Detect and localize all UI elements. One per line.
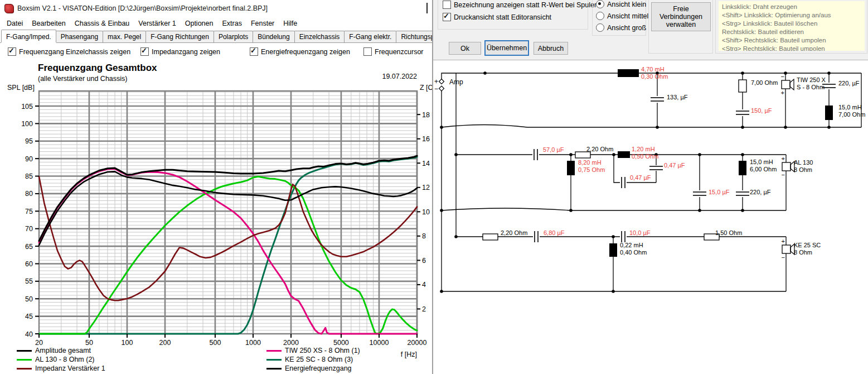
component-label-r3[interactable]: 2,20 Ohm (501, 229, 527, 236)
component-label-l1[interactable]: 0,30 Ohm (641, 73, 668, 80)
freie-verbindungen-verwalten-button[interactable]: Freie Verbindungen verwalten (651, 2, 711, 31)
svg-text:90: 90 (25, 155, 33, 163)
legend-item-al-130-8-ohm-2-: AL 130 - 8 Ohm (2) (17, 356, 95, 363)
crossover-circuit-canvas[interactable]: −++−+−+−Amp4,70 mH0,30 Ohm133, µF7,00 Oh… (433, 60, 868, 374)
check-mark: ✓ (141, 46, 147, 55)
tab-polarplots[interactable]: Polarplots (214, 31, 253, 42)
menu-item-chassis-einbau[interactable]: Chassis & Einbau (70, 18, 134, 29)
component-label-r4[interactable]: 1,50 Ohm (715, 229, 742, 236)
component-label-l6[interactable]: 0,40 Ohm (620, 249, 647, 256)
plot-option-0[interactable]: ✓Frequenzgang Einzelchassis zeigen (8, 47, 130, 56)
svg-text:4: 4 (422, 281, 426, 289)
legend-item-ke-25-sc-8-ohm-3-: KE 25 SC - 8 Ohm (3) (266, 356, 353, 363)
component-label-sp3[interactable]: 8 Ohm (794, 249, 812, 256)
tab-richtungsplots[interactable]: Richtungsplots (396, 31, 433, 42)
legend-label: KE 25 SC - 8 Ohm (3) (285, 356, 353, 363)
menu-item-bearbeiten[interactable]: Bearbeiten (27, 18, 70, 29)
svg-text:50: 50 (25, 295, 33, 303)
check-mark: ✓ (250, 46, 256, 55)
component-label-l3[interactable]: 8,20 mH (578, 159, 602, 166)
mausaktionen-line-3: Rechtsklick: Bauteil editieren (722, 28, 861, 36)
component-label-c2[interactable]: 150, µF (751, 107, 772, 114)
tab-b-ndelung[interactable]: Bündelung (253, 31, 294, 42)
legend-swatch (266, 350, 282, 352)
component-label-l1[interactable]: 4,70 mH (641, 66, 665, 73)
component-label-sp3[interactable]: KE 25 SC (794, 242, 821, 248)
screenshot-root: { "window": { "title": "Boxsim V2.1 - VI… (0, 0, 868, 374)
component-label-sp2[interactable]: AL 130 (794, 159, 813, 166)
apply-button[interactable]: Übernehmen (484, 40, 529, 56)
tab-f-gang-elektr-[interactable]: F-Gang elektr. (344, 31, 396, 42)
component-label-c6[interactable]: 0,47 µF (664, 162, 685, 169)
dialog-checkbox-1[interactable]: ✓Druckansicht statt Editoransicht (443, 13, 551, 21)
window-title: Boxsim V2.1 - VISATON-Edition [D:\2Jürge… (17, 4, 268, 12)
menu-item-hilfe[interactable]: Hilfe (279, 18, 302, 29)
component-label-c8[interactable]: 220, µF (750, 189, 771, 195)
radio-dot (598, 2, 601, 5)
component-label-sp1[interactable]: S - 8 Ohm (797, 84, 825, 90)
svg-text:6: 6 (422, 257, 426, 265)
mausaktionen-line-0: Linksklick: Draht erzeugen (722, 3, 861, 11)
tab-f-gang-richtungen[interactable]: F-Gang Richtungen (146, 31, 214, 42)
ok-button[interactable]: Ok (449, 42, 481, 55)
plot-option-1[interactable]: ✓Impedanzgang zeigen (140, 47, 220, 56)
cancel-button[interactable]: Abbruch (534, 42, 568, 55)
svg-text:+: + (782, 238, 785, 244)
svg-text:+: + (434, 78, 438, 85)
tab-f-gang-imped-[interactable]: F-Gang/Imped. (1, 30, 56, 42)
component-label-sp1[interactable]: TIW 250 X (797, 76, 826, 83)
boxsim-window: Boxsim V2.1 - VISATON-Edition [D:\2Jürge… (0, 0, 433, 374)
svg-text:55: 55 (25, 277, 33, 285)
checkbox-icon: ✓ (443, 13, 451, 21)
svg-text:−: − (782, 254, 785, 261)
component-label-c5[interactable]: 0,47 µF (630, 174, 651, 181)
svg-text:100: 100 (122, 339, 133, 347)
dialog-checkbox-0[interactable]: Bezeichnung anzeigen statt R-Wert bei Sp… (443, 1, 598, 9)
legend-item-impedanz-verst-rker-1: Impedanz Verstärker 1 (17, 365, 105, 372)
tab-phasengang[interactable]: Phasengang (56, 31, 103, 42)
component-label-c3[interactable]: 220, µF (838, 80, 860, 87)
component-label-l3[interactable]: 0,75 Ohm (578, 166, 605, 173)
plot-option-3[interactable]: Frequenzcursor (363, 47, 424, 56)
component-label-r1[interactable]: 7,00 Ohm (751, 79, 778, 86)
dialog-radio-0[interactable]: Ansicht klein (596, 0, 646, 8)
component-label-r2[interactable]: 2,20 Ohm (586, 146, 613, 152)
window-maximize-button[interactable] (426, 3, 428, 13)
menu-item-extras[interactable]: Extras (217, 18, 246, 29)
legend-label: Energiefrequenzgang (285, 365, 352, 372)
menu-item-optionen[interactable]: Optionen (181, 18, 218, 29)
svg-text:20000: 20000 (408, 339, 427, 347)
component-label-c9[interactable]: 6,80 µF (544, 229, 565, 236)
svg-text:−: − (782, 171, 785, 178)
legend-label: Amplitude gesamt (35, 347, 91, 354)
tab-max-pegel[interactable]: max. Pegel (103, 31, 146, 42)
plot-option-2[interactable]: ✓Energiefrequenzgang zeigen (250, 47, 350, 56)
menu-item-fenster[interactable]: Fenster (246, 18, 279, 29)
component-label-l5[interactable]: 6,00 Ohm (750, 166, 777, 172)
component-label-l4[interactable]: 0,50 Ohm (632, 153, 658, 160)
title-bar[interactable]: Boxsim V2.1 - VISATON-Edition [D:\2Jürge… (0, 0, 432, 17)
svg-text:10: 10 (422, 208, 430, 216)
svg-text:16: 16 (422, 135, 430, 143)
menu-item-datei[interactable]: Datei (2, 18, 27, 29)
dialog-radio-2[interactable]: Ansicht groß (596, 23, 646, 32)
component-label-l6[interactable]: 0,22 mH (620, 242, 643, 248)
svg-text:70: 70 (25, 225, 33, 233)
component-label-l2[interactable]: 15,0 mH (838, 104, 862, 111)
svg-text:45: 45 (25, 313, 33, 320)
mausaktionen-line-2: <Strg> Linksklick: Bauteil löschen (722, 20, 861, 28)
legend-item-energiefrequenzgang: Energiefrequenzgang (266, 365, 352, 372)
component-label-c4[interactable]: 57,0 µF (543, 146, 564, 153)
svg-text:1000: 1000 (245, 339, 261, 347)
component-label-sp2[interactable]: 8 Ohm (794, 166, 812, 173)
component-label-c7[interactable]: 15,0 µF (709, 189, 730, 195)
component-label-c1[interactable]: 133, µF (667, 94, 688, 100)
component-label-c10[interactable]: 10,0 µF (629, 229, 651, 236)
component-label-l5[interactable]: 15,0 mH (750, 159, 773, 165)
menu-item-verst-rker-1[interactable]: Verstärker 1 (134, 18, 180, 29)
component-label-l2[interactable]: 7,00 Ohm (838, 111, 865, 118)
dialog-radio-1[interactable]: Ansicht mittel (596, 12, 648, 20)
group-mausaktionen: Mausaktionen Linksklick: Draht erzeugen<… (715, 0, 867, 54)
tab-einzelchassis[interactable]: Einzelchassis (294, 31, 345, 42)
component-label-l4[interactable]: 1,20 mH (632, 146, 655, 152)
